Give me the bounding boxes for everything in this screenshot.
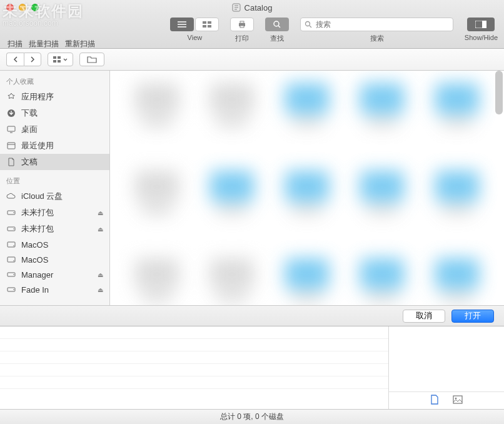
svg-point-9 <box>306 22 310 26</box>
find-group: 查找 <box>265 18 289 43</box>
svg-point-30 <box>13 289 14 290</box>
batch-scan-label[interactable]: 批量扫描 <box>29 39 59 49</box>
sidebar-item-label: 应用程序 <box>21 91 54 103</box>
sidebar-item-label: 未来打包 <box>21 207 54 218</box>
documents-icon <box>6 157 16 167</box>
scan-controls: 扫描 批量扫描 重新扫描 <box>0 39 95 49</box>
find-label: 查找 <box>270 34 284 43</box>
sidebar-item-label: 文稿 <box>21 156 38 168</box>
lower-list-pane[interactable] <box>0 326 389 409</box>
chevron-down-icon <box>63 58 68 61</box>
downloads-icon <box>6 108 16 118</box>
scrollbar-thumb[interactable] <box>495 71 503 114</box>
open-button[interactable]: 打开 <box>451 310 494 323</box>
svg-rect-1 <box>203 21 206 24</box>
sidebar-item-label: MacOS <box>21 240 48 250</box>
svg-rect-15 <box>58 60 61 63</box>
view-group: View <box>170 18 219 41</box>
sidebar-item-recent[interactable]: 最近使用 <box>0 138 109 154</box>
view-grid-button[interactable] <box>195 18 219 31</box>
sidebar-item-desktop[interactable]: 桌面 <box>0 121 109 138</box>
eject-icon[interactable]: ⏏ <box>98 226 103 233</box>
search-group: 搜索 <box>300 18 453 43</box>
disk-icon <box>6 270 16 280</box>
svg-point-28 <box>13 274 14 275</box>
sidebar-item-label: 下载 <box>21 108 38 119</box>
path-button[interactable] <box>79 53 104 66</box>
svg-point-20 <box>13 212 14 213</box>
svg-rect-18 <box>8 143 15 149</box>
disk-icon <box>6 224 16 234</box>
sidebar-item-icloud[interactable]: iCloud 云盘 <box>0 188 109 204</box>
sidebar-item-macos[interactable]: MacOS <box>0 252 109 267</box>
forward-button[interactable] <box>24 53 41 66</box>
print-button[interactable] <box>230 18 254 31</box>
eject-icon[interactable]: ⏏ <box>98 209 103 216</box>
lower-right-pane <box>389 326 504 409</box>
sidebar-item-label: Manager <box>21 270 53 280</box>
disk-icon <box>6 208 16 218</box>
svg-rect-14 <box>53 60 56 63</box>
dialog-footer: 取消 打开 <box>0 305 504 326</box>
showhide-group: Show/Hide <box>465 18 498 41</box>
rescan-label[interactable]: 重新扫描 <box>65 39 95 49</box>
catalog-icon <box>232 3 241 12</box>
svg-rect-6 <box>240 21 244 23</box>
print-group: 打印 <box>230 18 254 43</box>
nav-buttons <box>6 53 41 66</box>
finder-panel-bar <box>0 49 504 71</box>
search-input[interactable] <box>316 20 448 29</box>
sidebar-item-macos[interactable]: MacOS <box>0 237 109 252</box>
sidebar-item-manager[interactable]: Manager ⏏ <box>0 267 109 282</box>
sidebar-item-label: MacOS <box>21 255 48 265</box>
svg-point-22 <box>13 228 14 230</box>
sidebar-item-label: 桌面 <box>21 124 38 135</box>
sidebar-item-disk[interactable]: 未来打包 ⏏ <box>0 221 109 237</box>
hdd-icon <box>6 240 16 250</box>
eject-icon[interactable]: ⏏ <box>98 286 103 293</box>
cancel-button[interactable]: 取消 <box>403 310 445 323</box>
view-mode-button[interactable] <box>48 53 73 66</box>
sidebar-item-fadein[interactable]: Fade In ⏏ <box>0 282 109 297</box>
svg-rect-3 <box>203 25 206 28</box>
svg-point-32 <box>455 397 457 399</box>
minimize-window-button[interactable] <box>19 4 26 11</box>
desktop-icon <box>6 124 16 134</box>
back-button[interactable] <box>6 53 24 66</box>
svg-point-24 <box>13 245 14 246</box>
sidebar-item-disk[interactable]: 未来打包 ⏏ <box>0 204 109 221</box>
cloud-icon <box>6 191 16 201</box>
sidebar-item-label: 未来打包 <box>21 223 54 235</box>
close-window-button[interactable] <box>6 4 14 11</box>
status-bar: 总计 0 项, 0 个磁盘 <box>0 409 504 424</box>
showhide-button[interactable] <box>467 18 495 31</box>
svg-rect-7 <box>240 26 244 28</box>
window-controls <box>6 4 39 11</box>
sidebar-item-applications[interactable]: 应用程序 <box>0 89 109 105</box>
toolbar: 扫描 批量扫描 重新扫描 View 打印 查找 <box>0 15 504 49</box>
svg-point-26 <box>13 260 14 261</box>
recent-icon <box>6 141 16 151</box>
eject-icon[interactable]: ⏏ <box>98 271 103 278</box>
window-title: Catalog <box>244 3 273 13</box>
sidebar-item-label: Fade In <box>21 285 49 295</box>
sidebar-item-documents[interactable]: 文稿 <box>0 154 109 170</box>
svg-rect-23 <box>8 242 15 247</box>
applications-icon <box>6 92 16 102</box>
image-mode-icon[interactable] <box>453 395 463 404</box>
search-field[interactable] <box>300 18 453 31</box>
view-list-button[interactable] <box>170 18 194 31</box>
sidebar-item-label: iCloud 云盘 <box>21 191 63 202</box>
scan-label[interactable]: 扫描 <box>8 39 23 49</box>
hdd-icon <box>6 255 16 265</box>
find-button[interactable] <box>265 18 289 31</box>
svg-rect-2 <box>208 21 211 24</box>
sidebar-item-downloads[interactable]: 下载 <box>0 105 109 121</box>
document-mode-icon[interactable] <box>430 395 439 405</box>
svg-rect-31 <box>453 396 462 403</box>
svg-rect-12 <box>53 56 56 59</box>
svg-point-8 <box>274 21 279 26</box>
zoom-window-button[interactable] <box>31 4 39 11</box>
favorites-header: 个人收藏 <box>0 74 109 89</box>
svg-rect-4 <box>208 25 211 28</box>
